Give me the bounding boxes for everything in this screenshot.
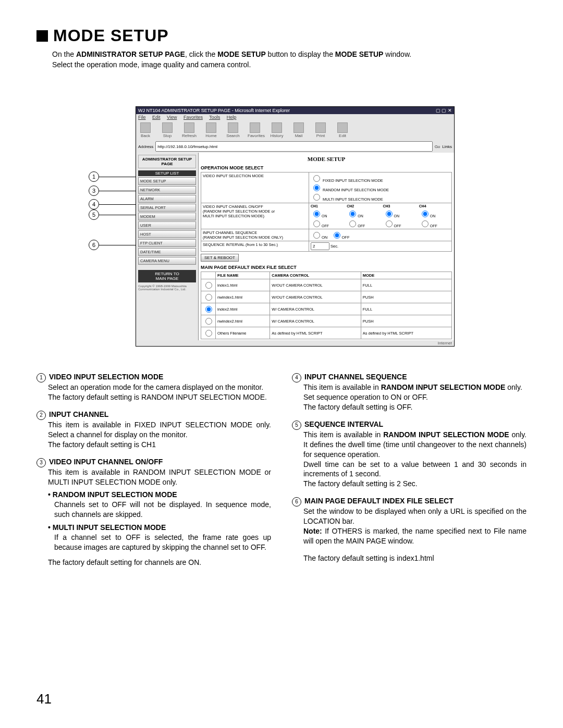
sidebar-item-date-time[interactable]: DATE/TIME	[138, 248, 196, 256]
row-interval-label: SEQUENCE INTERVAL (from 1 to 30 Sec.)	[201, 241, 309, 252]
radio-multi-mode[interactable]: MULTI INPUT SELECTION MODE	[311, 192, 450, 202]
heading-bullet-square	[36, 30, 48, 42]
menu-file[interactable]: File	[138, 115, 146, 120]
intro-bold: MODE SETUP	[217, 50, 266, 58]
sidebar-item-user[interactable]: USER	[138, 221, 196, 229]
address-label: Address	[138, 144, 153, 149]
sidebar-item-alarm[interactable]: ALARM	[138, 195, 196, 203]
section-index-file: MAIN PAGE DEFAULT INDEX FILE SELECT	[201, 265, 452, 270]
toolbar-print[interactable]: Print	[313, 122, 328, 138]
ch3-on[interactable]: ON	[383, 209, 414, 218]
desc-body: This item is available in FIXED INPUT SE…	[48, 420, 271, 440]
toolbar-mail[interactable]: Mail	[291, 122, 306, 138]
back-icon	[140, 122, 151, 133]
file-row: nwindex1.html W/OUT CAMERA CONTROL PUSH	[201, 291, 452, 303]
sidebar-item-host[interactable]: HOST	[138, 230, 196, 238]
desc-body: The factory default setting is CH1	[48, 440, 271, 450]
ch4-on[interactable]: ON	[419, 209, 450, 218]
toolbar-favorites[interactable]: Favorites	[248, 122, 262, 138]
menu-bar: File Edit View Favorites Tools Help	[136, 114, 454, 120]
menu-edit[interactable]: Edit	[152, 115, 161, 120]
desc-num-3: 3	[36, 458, 46, 467]
toolbar-edit[interactable]: Edit	[335, 122, 350, 138]
ch1-on[interactable]: ON	[311, 209, 341, 218]
status-bar: Internet	[136, 340, 454, 346]
ch1-header: CH1	[311, 204, 341, 208]
ch4-off[interactable]: OFF	[419, 219, 450, 228]
ch2-off[interactable]: OFF	[347, 219, 377, 228]
callout-4: 4	[89, 199, 99, 209]
toolbar-stop[interactable]: Stop	[160, 122, 175, 138]
row-seq-label: INPUT CHANNEL SEQUENCE (RANDOM INPUT SEL…	[201, 229, 309, 241]
window-controls[interactable]: ▢ ▢ ✕	[436, 108, 452, 113]
search-icon	[228, 122, 238, 133]
return-main-page[interactable]: RETURN TOMAIN PAGE	[138, 270, 196, 282]
sidebar-item-ftp-client[interactable]: FTP CLIENT	[138, 239, 196, 247]
toolbar-refresh[interactable]: Refresh	[182, 122, 197, 138]
interval-unit: Sec.	[331, 244, 338, 249]
ch1-off[interactable]: OFF	[311, 219, 341, 228]
toolbar: Back Stop Refresh Home Search Favorites …	[136, 120, 454, 140]
sidebar-item-mode-setup[interactable]: MODE SETUP	[138, 177, 196, 185]
files-header-camera-control: CAMERA CONTROL	[270, 272, 361, 279]
file-row: index1.html W/OUT CAMERA CONTROL FULL	[201, 279, 452, 291]
toolbar-back[interactable]: Back	[138, 122, 153, 138]
interval-input[interactable]	[311, 242, 329, 250]
radio-random-mode[interactable]: RANDOM INPUT SELECTION MODE	[311, 183, 450, 192]
desc-num-6: 6	[292, 497, 301, 507]
menu-help[interactable]: Help	[227, 115, 237, 120]
callout-5: 5	[89, 209, 99, 220]
sidebar-item-modem[interactable]: MODEM	[138, 213, 196, 220]
ch3-header: CH3	[383, 204, 414, 208]
mail-icon	[293, 122, 304, 133]
menu-view[interactable]: View	[167, 115, 177, 120]
file-radio[interactable]	[205, 318, 212, 325]
toolbar-history[interactable]: History	[270, 122, 284, 138]
refresh-icon	[184, 122, 194, 133]
desc-body: The factory default setting is 2 Sec.	[303, 479, 527, 489]
intro-bold: ADMINISTRATOR SETUP PAGE	[76, 50, 185, 58]
seq-off[interactable]: OFF	[331, 235, 350, 240]
menu-favorites[interactable]: Favorites	[183, 115, 203, 120]
toolbar-search[interactable]: Search	[226, 122, 240, 138]
ch2-on[interactable]: ON	[347, 209, 377, 218]
toolbar-home[interactable]: Home	[204, 122, 218, 138]
seq-on[interactable]: ON	[311, 235, 327, 240]
desc-title-1: VIDEO INPUT SELECTION MODE	[49, 372, 163, 382]
desc-body: The factory default setting for channels…	[48, 558, 271, 567]
desc-title-4: INPUT CHANNEL SEQUENCE	[304, 372, 407, 382]
radio-fixed-mode[interactable]: FIXED INPUT SELECTION MODE	[311, 174, 450, 183]
menu-tools[interactable]: Tools	[209, 115, 220, 120]
intro-text: Select the operation mode, image quality…	[52, 60, 251, 69]
desc-title-3: VIDEO INPUT CHANNEL ON/OFF	[49, 457, 163, 467]
file-radio[interactable]	[205, 306, 212, 313]
file-row-others: Others Filename As defined by HTML SCRIP…	[201, 327, 452, 339]
desc-num-4: 4	[292, 373, 301, 382]
links-label[interactable]: Links	[442, 144, 452, 149]
ch3-off[interactable]: OFF	[383, 219, 414, 228]
desc-body: This item is available in RANDOM INPUT S…	[48, 467, 271, 487]
browser-window: WJ NT104 ADMINISTRATOR SETUP PAGE - Micr…	[136, 106, 455, 347]
set-reboot-button[interactable]: SET & REBOOT	[201, 254, 239, 262]
address-input[interactable]	[155, 141, 432, 152]
sidebar-list-header: SETUP LIST	[138, 170, 196, 176]
sidebar-item-network[interactable]: NETWORK	[138, 186, 196, 194]
sidebar-item-serial-port[interactable]: SERIAL PORT	[138, 204, 196, 212]
intro-text: , click the	[185, 50, 217, 58]
callout-1: 1	[89, 171, 99, 182]
home-icon	[206, 122, 216, 133]
section-op-mode: OPERATION MODE SELECT	[201, 165, 452, 170]
file-radio[interactable]	[205, 294, 212, 301]
edit-icon	[337, 122, 348, 133]
go-button[interactable]: Go	[435, 144, 440, 149]
window-titlebar: WJ NT104 ADMINISTRATOR SETUP PAGE - Micr…	[136, 107, 454, 114]
file-radio[interactable]	[205, 282, 212, 289]
row-channel-onoff-label: VIDEO INPUT CHANNEL ON/OFF (RANDOM INPUT…	[201, 203, 309, 229]
desc-body: Dwell time can be set to a value between…	[303, 460, 527, 479]
file-radio[interactable]	[205, 330, 212, 337]
desc-sub-title: MULTI INPUT SELECTION MODE	[48, 523, 271, 533]
desc-title-6: MAIN PAGE DEFAULT INDEX FILE SELECT	[304, 496, 454, 506]
status-zone: Internet	[438, 341, 452, 346]
sidebar-item-camera-menu[interactable]: CAMERA MENU	[138, 257, 196, 265]
files-header-mode: MODE	[361, 272, 451, 279]
